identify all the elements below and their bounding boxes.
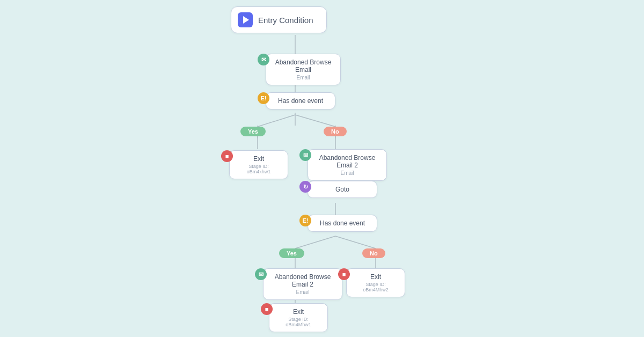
event1-node[interactable]: Has done event [266,92,335,109]
exit1-subtitle: Stage ID: oBm4xhw1 [238,164,279,174]
email1-subtitle: Email [275,75,332,80]
email2-node[interactable]: Abandoned Browse Email 2 Email [308,149,387,181]
yes2-label[interactable]: Yes [279,248,304,258]
event2-node[interactable]: Has done event [308,215,377,232]
exit3-title: Exit [278,308,319,316]
exit3-badge: ■ [261,303,273,315]
goto-badge: ↻ [299,181,311,193]
yes1-label[interactable]: Yes [240,127,266,136]
exit1-badge: ■ [221,150,233,162]
svg-line-12 [335,236,376,248]
goto-node[interactable]: Goto [308,181,377,198]
event1-title: Has done event [278,97,323,105]
entry-node[interactable]: Entry Condition [231,6,327,33]
goto-title: Goto [335,186,349,193]
exit3-subtitle: Stage ID: oBm4Mhw1 [278,317,319,327]
email1-title: Abandoned Browse Email [275,58,332,74]
email2-subtitle: Email [317,170,378,176]
svg-line-11 [295,236,335,248]
email3-subtitle: Email [272,289,333,295]
email2-title: Abandoned Browse Email 2 [317,154,378,169]
email1-badge: ✉ [258,54,269,65]
flow-canvas[interactable]: Entry Condition ✉ Abandoned Browse Email… [0,0,644,337]
exit1-title: Exit [238,155,279,163]
exit1-node[interactable]: Exit Stage ID: oBm4xhw1 [229,150,288,179]
email1-node[interactable]: Abandoned Browse Email Email [266,54,341,85]
exit2-node[interactable]: Exit Stage ID: oBm4Mhw2 [346,268,405,297]
event1-badge: E! [258,92,269,104]
event2-badge: E! [299,215,311,226]
exit3-node[interactable]: Exit Stage ID: oBm4Mhw1 [269,303,328,332]
email3-badge: ✉ [255,268,267,280]
svg-line-7 [258,115,295,127]
no2-label[interactable]: No [362,248,385,258]
exit2-subtitle: Stage ID: oBm4Mhw2 [355,282,396,292]
email2-badge: ✉ [299,149,311,161]
email3-node[interactable]: Abandoned Browse Email 2 Email [263,268,342,300]
exit2-title: Exit [355,273,396,281]
exit2-badge: ■ [338,268,350,280]
email3-title: Abandoned Browse Email 2 [272,273,333,288]
play-icon [238,12,253,27]
no1-label[interactable]: No [324,127,347,136]
entry-label: Entry Condition [258,16,313,25]
event2-title: Has done event [320,219,365,227]
svg-line-8 [295,115,335,127]
